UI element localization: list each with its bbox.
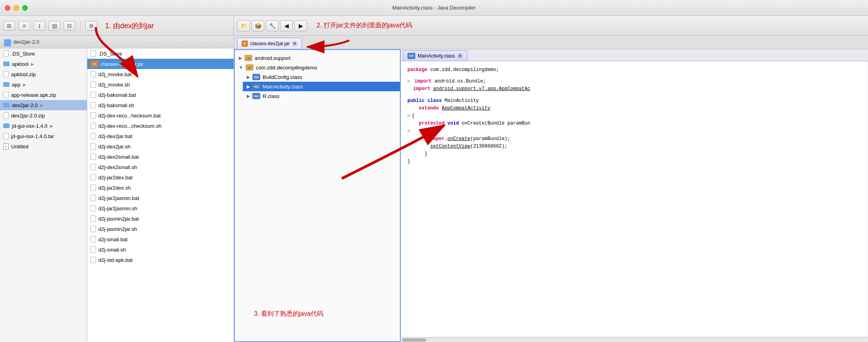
horizontal-scrollbar[interactable]: [401, 337, 868, 342]
chevron-icon: ▶: [23, 83, 27, 87]
list-item[interactable]: d2j-dex-reco...hecksum.bat: [87, 110, 234, 121]
doc-icon: [90, 236, 96, 242]
tab-close-button[interactable]: ✕: [292, 41, 298, 46]
code-line-brace-open: ⊖{: [407, 112, 861, 120]
list-item[interactable]: d2j-jar2dex.bat: [87, 172, 234, 183]
list-item[interactable]: d2j-smali.sh: [87, 244, 234, 255]
view-list-button[interactable]: ≡: [18, 21, 30, 31]
list-item[interactable]: d2j-smali.bat: [87, 234, 234, 244]
code-spacer2: [407, 93, 861, 97]
settings-button[interactable]: ⚙: [85, 21, 97, 31]
list-item-dex2jar[interactable]: dex2jar-2.0 ▶: [0, 100, 87, 110]
class-tab-icon: 010: [407, 53, 415, 59]
nav-next-button[interactable]: ▶: [294, 20, 307, 31]
list-item[interactable]: d2j-jar2jasmin.bat: [87, 193, 234, 203]
list-item-untitled[interactable]: # Untitled: [0, 141, 87, 152]
view-columns-button[interactable]: ⫿: [33, 21, 45, 31]
finder-right-pane[interactable]: .DS_Store 🫙 classes-dex2jar.jar d2j_invo…: [87, 48, 234, 342]
list-item[interactable]: d2j-jar2dex.sh: [87, 183, 234, 193]
list-item[interactable]: d2j-dex-reco...checksum.sh: [87, 121, 234, 131]
tree-item-r-class[interactable]: ▶ 010 R.class: [243, 91, 400, 101]
file-name: d2j-jar2dex.bat: [98, 175, 133, 181]
tree-item-com-zdd[interactable]: ▼ 📦 com.zdd.decompilingdemo: [235, 63, 400, 72]
list-item[interactable]: d2j-jasmin2jar.sh: [87, 224, 234, 234]
code-spacer: [407, 74, 861, 78]
code-line-package: package com.zdd.decompilingdemo;: [407, 66, 861, 74]
tab-classes-jar[interactable]: 🫙 classes-dex2jar.jar ✕: [237, 38, 302, 49]
doc-icon: [90, 102, 96, 108]
list-item[interactable]: d2j_invoke.bat: [87, 69, 234, 79]
collapse-brace-icon[interactable]: ⊖: [407, 113, 410, 118]
code-line-method: protected void onCreate(Bundle paramBun: [407, 120, 861, 127]
doc-icon: [90, 71, 96, 77]
collapse-icon[interactable]: ⊖: [407, 79, 410, 84]
list-item[interactable]: d2j-jar2jasmin.sh: [87, 203, 234, 213]
file-name: d2j-jar2jasmin.sh: [98, 206, 137, 211]
file-name: d2j-smali.bat: [98, 236, 128, 242]
nav-back-button[interactable]: ◀: [280, 20, 293, 31]
file-name: d2j_invoke.sh: [98, 82, 130, 88]
chevron-icon: ▶: [50, 124, 54, 128]
tab-label: classes-dex2jar.jar: [250, 41, 290, 46]
title-bar: MainActivity.class - Java Decompiler: [0, 0, 868, 16]
doc-icon: [90, 195, 96, 201]
list-item[interactable]: d2j-dex2smali.bat: [87, 152, 234, 162]
list-item[interactable]: jd-gui-osx-1.4.0.tar: [0, 131, 87, 141]
folder-icon: [3, 61, 10, 66]
list-item[interactable]: d2j-baksmali.bat: [87, 90, 234, 100]
list-item[interactable]: d2j_invoke.sh: [87, 79, 234, 90]
code-line-method-brace: ⊖ {: [407, 127, 861, 135]
file-name: app: [12, 82, 21, 88]
folder-icon: [3, 103, 10, 108]
view-grid-button[interactable]: ⊞: [3, 21, 15, 31]
tree-item-android-support[interactable]: ▶ 📦 android.support: [235, 53, 400, 63]
open-jar-button[interactable]: 📦: [252, 20, 264, 31]
view-gallery-button[interactable]: ⊟: [63, 21, 75, 31]
finder-left-pane[interactable]: .DS_Store apktool ▶ apktool.zip app ▶: [0, 48, 87, 342]
tree-item-buildconfig[interactable]: ▶ 010 BuildConfig.class: [243, 72, 400, 82]
zip-icon: [3, 71, 9, 77]
list-item[interactable]: d2j-dex2jar.bat: [87, 131, 234, 141]
file-name: d2j-dex2smali.bat: [98, 154, 139, 160]
code-line-class: public class MainActivity: [407, 97, 861, 105]
minimize-button[interactable]: [13, 5, 19, 11]
close-button[interactable]: [5, 5, 10, 11]
view-cover-button[interactable]: ▤: [48, 21, 60, 31]
list-item[interactable]: d2j-jasmin2jar.bat: [87, 213, 234, 224]
list-item[interactable]: d2j-std-apk.bat: [87, 255, 234, 265]
file-name: jd-gui-osx-1.4.0: [12, 123, 48, 129]
finder-panes: .DS_Store apktool ▶ apktool.zip app ▶: [0, 48, 234, 342]
list-item[interactable]: apktool.zip: [0, 69, 87, 79]
doc-icon: [90, 246, 96, 253]
open-file-button[interactable]: 📁: [237, 20, 250, 31]
code-tab-close-button[interactable]: ✕: [457, 53, 463, 59]
finder-panel: ⊞ ≡ ⫿ ▤ ⊟ ⚙ 1. 由dex的到jar dex2jar-2.0 .DS…: [0, 16, 234, 342]
folder-icon: [3, 82, 10, 87]
list-item[interactable]: apktool ▶: [0, 59, 87, 69]
file-name: d2j-dex-reco...hecksum.bat: [98, 113, 161, 119]
file-tree-panel[interactable]: ▶ 📦 android.support ▼ 📦 com.zdd.decompil…: [234, 49, 401, 342]
list-item[interactable]: app ▶: [0, 79, 87, 90]
code-tab-mainactivity[interactable]: 010 MainActivity.class ✕: [403, 50, 467, 61]
import1-text: android.os.Bundle;: [434, 79, 486, 84]
code-content: package com.zdd.decompilingdemo; ⊖ impor…: [401, 61, 868, 337]
code-line-setcontent: setContentView(2130968602);: [407, 143, 861, 150]
list-item-jar[interactable]: 🫙 classes-dex2jar.jar: [87, 59, 234, 69]
doc-icon: [90, 143, 96, 150]
list-item[interactable]: jd-gui-osx-1.4.0 ▶: [0, 121, 87, 131]
scrollbar-thumb[interactable]: [402, 338, 426, 342]
collapse-method-icon[interactable]: ⊖: [407, 129, 410, 133]
list-item[interactable]: d2j-dex2jar.sh: [87, 141, 234, 152]
list-item[interactable]: .DS_Store: [0, 48, 87, 59]
list-item[interactable]: .DS_Store: [87, 48, 234, 59]
tree-item-mainactivity[interactable]: ▶ 010 MainActivity.class: [243, 82, 400, 91]
maximize-button[interactable]: [22, 5, 28, 11]
list-item[interactable]: d2j-baksmali.sh: [87, 100, 234, 110]
nav-forward-button[interactable]: 🔧: [266, 20, 278, 31]
list-item[interactable]: app-release.apk.zip: [0, 90, 87, 100]
list-item[interactable]: dex2jar-2.0.zip: [0, 110, 87, 121]
jar-tab-icon: 🫙: [242, 40, 248, 47]
step2-label: 2. 打开jar文件的到里面的java代码: [317, 21, 412, 30]
list-item[interactable]: d2j-dex2smali.sh: [87, 162, 234, 172]
doc-icon: [3, 50, 9, 57]
